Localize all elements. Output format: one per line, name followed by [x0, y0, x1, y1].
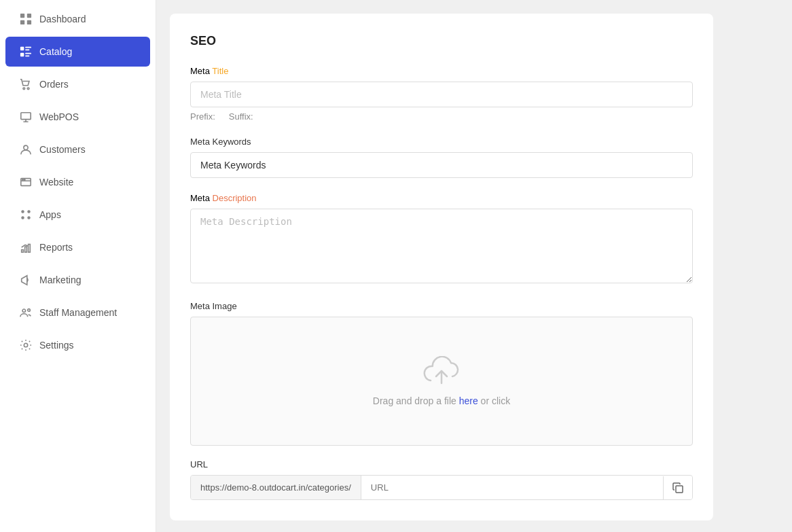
- url-row: https://demo-8.outdocart.in/categories/: [190, 475, 693, 500]
- sidebar-label-webpos: WebPOS: [39, 111, 79, 122]
- dashboard-icon: [19, 12, 33, 26]
- meta-title-label: Meta Title: [190, 66, 228, 76]
- meta-image-label: Meta Image: [190, 301, 237, 311]
- url-label: URL: [190, 459, 693, 469]
- sidebar-item-apps[interactable]: Apps: [5, 200, 150, 230]
- svg-rect-0: [20, 14, 24, 18]
- svg-rect-2: [20, 20, 24, 24]
- svg-point-13: [24, 145, 28, 149]
- svg-point-25: [28, 309, 31, 312]
- svg-point-15: [22, 179, 23, 180]
- svg-rect-3: [27, 20, 31, 24]
- sidebar-item-orders[interactable]: Orders: [5, 69, 150, 99]
- url-copy-button[interactable]: [663, 476, 692, 499]
- upload-cloud-icon: [422, 356, 461, 387]
- sidebar-label-dashboard: Dashboard: [39, 14, 86, 24]
- svg-point-11: [27, 88, 29, 90]
- settings-icon: [19, 338, 33, 352]
- sidebar-item-catalog[interactable]: Catalog: [5, 37, 150, 67]
- sidebar-item-marketing[interactable]: Marketing: [5, 265, 150, 295]
- svg-rect-22: [25, 247, 27, 252]
- meta-description-label: Meta Description: [190, 193, 257, 203]
- meta-description-label-prefix: Meta: [190, 193, 213, 203]
- upload-text-before: Drag and drop a file: [373, 395, 459, 406]
- sidebar-label-marketing: Marketing: [39, 274, 81, 285]
- staff-icon: [19, 306, 33, 319]
- sidebar-label-staff-management: Staff Management: [39, 307, 117, 318]
- svg-rect-8: [25, 53, 31, 54]
- section-title: SEO: [190, 34, 693, 48]
- sidebar: Dashboard Catalog Orders WebPOS Customer…: [0, 0, 156, 532]
- svg-rect-6: [25, 47, 31, 48]
- svg-point-24: [22, 309, 26, 313]
- svg-point-10: [23, 88, 25, 90]
- meta-description-group: Meta Description: [190, 192, 693, 286]
- sidebar-item-dashboard[interactable]: Dashboard: [5, 4, 150, 34]
- meta-title-label-highlight: Title: [212, 66, 228, 76]
- reports-icon: [19, 241, 33, 254]
- svg-rect-7: [25, 49, 29, 50]
- sidebar-label-website: Website: [39, 177, 73, 188]
- meta-title-group: Meta Title Prefix: Suffix:: [190, 65, 693, 122]
- meta-keywords-input[interactable]: [190, 152, 693, 178]
- meta-image-upload[interactable]: Drag and drop a file here or click: [190, 317, 693, 446]
- apps-icon: [19, 208, 33, 221]
- svg-rect-12: [21, 113, 31, 120]
- sidebar-label-customers: Customers: [39, 144, 86, 155]
- website-icon: [19, 175, 33, 189]
- sidebar-item-reports[interactable]: Reports: [5, 232, 150, 262]
- sidebar-item-webpos[interactable]: WebPOS: [5, 102, 150, 132]
- copy-icon: [672, 482, 684, 494]
- meta-keywords-group: Meta Keywords: [190, 135, 693, 178]
- marketing-icon: [19, 273, 33, 287]
- svg-point-19: [21, 216, 24, 219]
- svg-point-16: [24, 179, 24, 180]
- sidebar-item-website[interactable]: Website: [5, 167, 150, 197]
- meta-title-input[interactable]: [190, 82, 693, 107]
- meta-image-group: Meta Image Drag and drop a file here or …: [190, 300, 693, 446]
- svg-rect-9: [25, 55, 29, 56]
- upload-link: here: [459, 395, 478, 406]
- customers-icon: [19, 143, 33, 156]
- orders-icon: [19, 77, 33, 91]
- sidebar-item-customers[interactable]: Customers: [5, 135, 150, 164]
- url-section: URL https://demo-8.outdocart.in/categori…: [190, 459, 693, 500]
- url-prefix: https://demo-8.outdocart.in/categories/: [191, 476, 361, 499]
- seo-card: SEO Meta Title Prefix: Suffix: Meta Keyw…: [170, 14, 713, 520]
- prefix-suffix-row: Prefix: Suffix:: [190, 111, 693, 122]
- webpos-icon: [19, 110, 33, 124]
- svg-point-20: [27, 216, 31, 219]
- sidebar-label-reports: Reports: [39, 242, 73, 253]
- sidebar-label-apps: Apps: [39, 209, 61, 220]
- svg-rect-4: [20, 47, 24, 50]
- svg-rect-27: [676, 486, 683, 493]
- svg-point-18: [27, 210, 31, 213]
- meta-description-input[interactable]: [190, 209, 693, 283]
- svg-point-26: [24, 343, 27, 347]
- svg-rect-23: [29, 245, 31, 253]
- meta-keywords-label: Meta Keywords: [190, 137, 251, 147]
- sidebar-item-staff-management[interactable]: Staff Management: [5, 298, 150, 327]
- meta-title-label-prefix: Meta: [190, 66, 212, 76]
- sidebar-label-catalog: Catalog: [39, 46, 72, 57]
- url-input[interactable]: [361, 476, 663, 499]
- sidebar-item-settings[interactable]: Settings: [5, 330, 150, 360]
- upload-text-after: or click: [478, 395, 510, 406]
- upload-text: Drag and drop a file here or click: [373, 395, 510, 406]
- svg-rect-5: [20, 53, 24, 56]
- sidebar-label-orders: Orders: [39, 79, 69, 90]
- suffix-label: Suffix:: [229, 111, 253, 122]
- svg-point-17: [21, 210, 24, 213]
- catalog-icon: [19, 45, 33, 58]
- prefix-label: Prefix:: [190, 111, 215, 122]
- main-content: SEO Meta Title Prefix: Suffix: Meta Keyw…: [156, 0, 792, 532]
- svg-rect-21: [22, 250, 24, 253]
- svg-rect-1: [27, 14, 31, 18]
- sidebar-label-settings: Settings: [39, 340, 74, 351]
- meta-description-label-highlight: Description: [213, 193, 257, 203]
